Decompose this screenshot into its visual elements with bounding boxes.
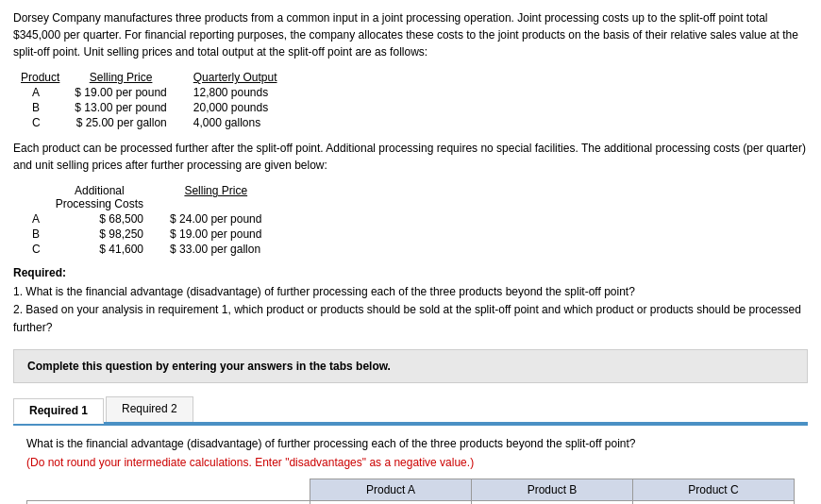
table1-row1-price: $ 19.00 per pound — [67, 85, 174, 100]
table2: AdditionalProcessing Costs Selling Price… — [13, 183, 269, 257]
required-section: Required: 1. What is the financial advan… — [13, 266, 808, 338]
answer-row: Financial advantage (disadvantage) of fu… — [27, 500, 795, 504]
answer-col-a: Product A — [310, 479, 472, 500]
table2-row1-product: A — [13, 211, 48, 227]
tab1-content: What is the financial advantage (disadva… — [13, 424, 808, 504]
table2-row1-cost: $ 68,500 — [48, 211, 151, 227]
intro-paragraph: Dorsey Company manufactures three produc… — [13, 9, 808, 60]
answer-col-c: Product C — [633, 479, 795, 500]
required-item-1: 1. What is the financial advantage (disa… — [13, 283, 808, 301]
table2-header-processing: AdditionalProcessing Costs — [48, 183, 151, 211]
answer-row-label: Financial advantage (disadvantage) of fu… — [27, 500, 310, 504]
tabs-container: Required 1 Required 2 What is the financ… — [13, 393, 808, 504]
table1-row1-output: 12,800 pounds — [175, 85, 285, 100]
table1-row1-product: A — [13, 85, 67, 100]
answer-input-c[interactable] — [633, 500, 795, 504]
answer-table: Product A Product B Product C Financial … — [26, 479, 795, 504]
answer-input-a[interactable] — [310, 500, 472, 504]
table1-row3-output: 4,000 gallons — [175, 115, 285, 130]
table1-row3-product: C — [13, 115, 67, 130]
tab-required2[interactable]: Required 2 — [106, 396, 193, 422]
table2-row3-price: $ 33.00 per gallon — [151, 242, 269, 257]
table1-header-product: Product — [13, 70, 67, 85]
table2-row2-product: B — [13, 227, 48, 242]
table2-row1-price: $ 24.00 per pound — [151, 211, 269, 227]
middle-paragraph: Each product can be processed further af… — [13, 140, 808, 174]
required-label: Required: — [13, 266, 808, 279]
table1-row3-price: $ 25.00 per gallon — [67, 115, 174, 130]
table2-row2-cost: $ 98,250 — [48, 227, 151, 242]
table1-row2-output: 20,000 pounds — [175, 100, 285, 115]
table2-row3-cost: $ 41,600 — [48, 242, 151, 257]
table1-row2-product: B — [13, 100, 67, 115]
answer-table-spacer — [27, 479, 310, 500]
table1-header-selling: Selling Price — [67, 70, 174, 85]
table2-header-selling: Selling Price — [151, 183, 269, 211]
table2-header-product — [13, 183, 48, 211]
required-item-2: 2. Based on your analysis in requirement… — [13, 301, 808, 337]
answer-input-b[interactable] — [472, 500, 633, 504]
complete-box: Complete this question by entering your … — [13, 349, 808, 383]
answer-col-b: Product B — [472, 479, 633, 500]
complete-box-text: Complete this question by entering your … — [27, 360, 391, 373]
tabs-header: Required 1 Required 2 — [13, 393, 808, 424]
table2-row3-product: C — [13, 242, 48, 257]
table2-row2-price: $ 19.00 per pound — [151, 227, 269, 242]
question-text: What is the financial advantage (disadva… — [26, 435, 795, 452]
question-note: (Do not round your intermediate calculat… — [26, 456, 795, 469]
table1-row2-price: $ 13.00 per pound — [67, 100, 174, 115]
table1-header-output: Quarterly Output — [175, 70, 285, 85]
tab-required1[interactable]: Required 1 — [13, 398, 104, 424]
table1: Product Selling Price Quarterly Output A… — [13, 70, 285, 130]
